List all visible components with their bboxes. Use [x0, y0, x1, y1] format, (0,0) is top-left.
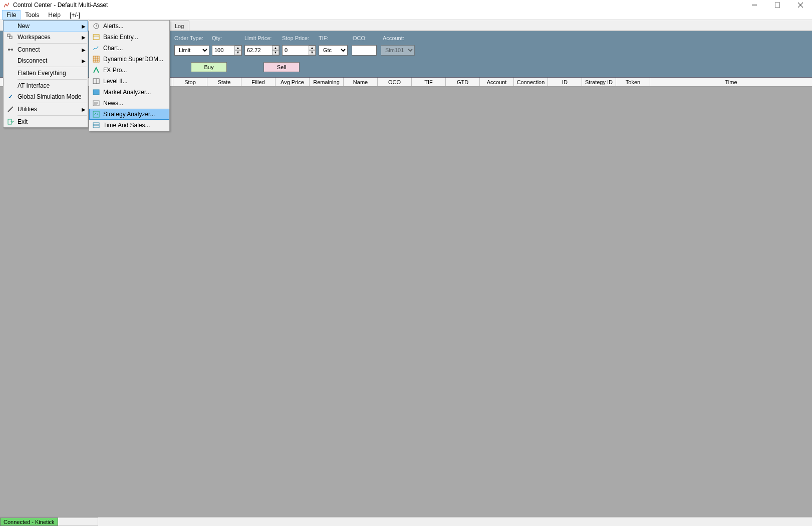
col-gtd[interactable]: GTD	[446, 78, 480, 86]
chevron-right-icon: ▶	[82, 47, 86, 53]
label-tif: TIF:	[319, 35, 353, 41]
limit-price-spinner[interactable]: ▲▼	[272, 46, 279, 55]
label-order-type: Order Type:	[174, 35, 212, 41]
minimize-button[interactable]	[743, 0, 766, 10]
label-qty: Qty:	[212, 35, 244, 41]
menu-item-connect[interactable]: Connect ▶	[4, 44, 88, 55]
menu-item-new[interactable]: New ▶	[4, 21, 88, 32]
svg-rect-30	[93, 123, 99, 128]
chevron-right-icon: ▶	[82, 58, 86, 64]
menu-item-fxpro[interactable]: FX Pro...	[89, 65, 169, 76]
menu-item-chart[interactable]: Chart...	[89, 43, 169, 54]
new-submenu: Alerts... Basic Entry... Chart... Dynami…	[89, 20, 170, 131]
menu-item-market-analyzer[interactable]: Market Analyzer...	[89, 87, 169, 98]
col-state[interactable]: State	[207, 78, 241, 86]
table-icon	[91, 76, 101, 86]
form-icon	[91, 32, 101, 42]
svg-rect-24	[93, 90, 99, 95]
col-id[interactable]: ID	[548, 78, 582, 86]
menu-item-alerts[interactable]: Alerts...	[89, 21, 169, 32]
menu-item-strategy-analyzer[interactable]: Strategy Analyzer...	[89, 109, 169, 120]
file-dropdown: New ▶ Workspaces ▶ Connect ▶ Disconnect …	[3, 20, 88, 128]
svg-rect-1	[775, 3, 780, 8]
menu-item-sim-mode[interactable]: ✓ Global Simulation Mode	[4, 91, 88, 102]
blank-icon	[6, 68, 16, 78]
app-logo-icon	[3, 2, 10, 9]
sell-button[interactable]: Sell	[263, 62, 300, 72]
menu-item-exit[interactable]: Exit	[4, 116, 88, 127]
label-oco: OCO:	[353, 35, 383, 41]
connect-icon	[6, 45, 16, 55]
tif-select[interactable]: Gtc	[319, 45, 348, 56]
blank-icon	[6, 56, 16, 66]
menu-item-disconnect[interactable]: Disconnect ▶	[4, 55, 88, 66]
stop-price-spinner[interactable]: ▲▼	[309, 46, 316, 55]
menu-item-workspaces[interactable]: Workspaces ▶	[4, 32, 88, 43]
checkmark-icon: ✓	[6, 92, 16, 102]
qty-spinner[interactable]: ▲▼	[234, 46, 241, 55]
svg-rect-17	[93, 56, 99, 62]
blank-icon	[6, 81, 16, 91]
buy-button[interactable]: Buy	[191, 62, 227, 72]
menubar: File Tools Help [+/-]	[0, 10, 812, 20]
grid-icon	[91, 54, 101, 64]
col-name[interactable]: Name	[344, 78, 378, 86]
window-title: Control Center - Default Multi-Asset	[13, 2, 809, 9]
menu-item-time-and-sales[interactable]: Time And Sales...	[89, 120, 169, 131]
news-icon	[91, 98, 101, 108]
menu-item-superdom[interactable]: Dynamic SuperDOM...	[89, 54, 169, 65]
analyzer-icon	[91, 87, 101, 97]
col-time[interactable]: Time	[650, 78, 812, 86]
workspaces-icon	[6, 32, 16, 42]
account-select[interactable]: Sim101	[381, 45, 415, 56]
col-oco[interactable]: OCO	[378, 78, 412, 86]
menu-item-basic-entry[interactable]: Basic Entry...	[89, 32, 169, 43]
menu-help[interactable]: Help	[44, 10, 65, 20]
statusbar: Connected - Kinetick	[0, 517, 812, 526]
col-tif[interactable]: TIF	[412, 78, 446, 86]
connection-status: Connected - Kinetick	[0, 517, 58, 526]
label-limit-price: Limit Price:	[244, 35, 282, 41]
oco-input[interactable]	[352, 45, 377, 56]
col-connection[interactable]: Connection	[514, 78, 548, 86]
chevron-right-icon: ▶	[82, 24, 86, 29]
menu-tools[interactable]: Tools	[21, 10, 44, 20]
col-account[interactable]: Account	[480, 78, 514, 86]
exit-icon	[6, 117, 16, 127]
grid-body	[0, 87, 812, 517]
blank-icon	[6, 21, 16, 31]
chevron-right-icon: ▶	[82, 35, 86, 40]
strategy-icon	[91, 109, 101, 119]
label-account: Account:	[383, 35, 404, 41]
col-avg-price[interactable]: Avg Price	[276, 78, 310, 86]
titlebar: Control Center - Default Multi-Asset	[0, 0, 812, 10]
svg-rect-29	[93, 111, 99, 117]
close-button[interactable]	[789, 0, 812, 10]
clock-icon	[91, 21, 101, 31]
menu-item-news[interactable]: News...	[89, 98, 169, 109]
menu-file[interactable]: File	[2, 10, 21, 20]
menu-item-level2[interactable]: Level II...	[89, 76, 169, 87]
status-empty-cell	[58, 517, 98, 526]
col-stop[interactable]: Stop	[173, 78, 207, 86]
col-token[interactable]: Token	[616, 78, 650, 86]
tools-icon	[6, 104, 16, 114]
menu-plusminus[interactable]: [+/-]	[65, 10, 85, 20]
order-type-select[interactable]: Limit	[174, 45, 209, 56]
svg-line-10	[10, 107, 13, 110]
tab-log[interactable]: Log	[169, 21, 189, 31]
svg-rect-15	[93, 35, 99, 40]
label-stop-price: Stop Price:	[282, 35, 319, 41]
col-filled[interactable]: Filled	[241, 78, 276, 86]
menu-item-flatten[interactable]: Flatten Everything	[4, 68, 88, 79]
chart-icon	[91, 43, 101, 53]
menu-item-at-interface[interactable]: AT Interface	[4, 80, 88, 91]
timesales-icon	[91, 120, 101, 130]
col-remaining[interactable]: Remaining	[310, 78, 344, 86]
menu-item-utilities[interactable]: Utilities ▶	[4, 104, 88, 115]
col-strategy-id[interactable]: Strategy ID	[582, 78, 616, 86]
maximize-button[interactable]	[766, 0, 789, 10]
chevron-right-icon: ▶	[82, 107, 86, 112]
fx-icon	[91, 65, 101, 75]
